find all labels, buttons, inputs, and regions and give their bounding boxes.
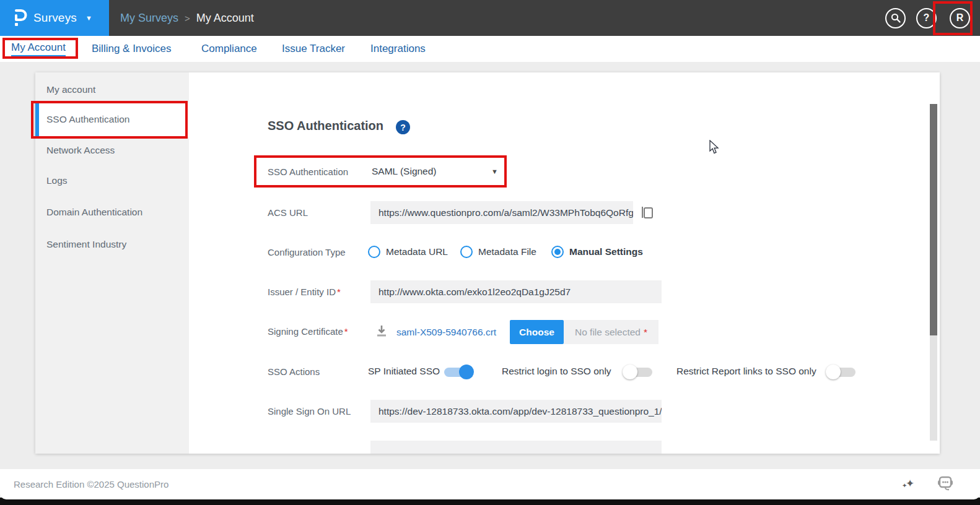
required-asterisk: *: [344, 326, 348, 337]
required-asterisk: *: [644, 327, 647, 338]
sidebar-item-logs[interactable]: Logs: [46, 172, 68, 189]
acs-url-value: https://www.questionpro.com/a/saml2/W33M…: [378, 207, 633, 218]
cert-file-link[interactable]: saml-X509-5940766.crt: [396, 327, 496, 338]
chevron-down-icon: ▼: [85, 14, 92, 22]
tab-issue-tracker[interactable]: Issue Tracker: [282, 36, 345, 62]
footer-copyright: Research Edition ©2025 QuestionPro: [14, 469, 168, 499]
toggle-label-restrict-login: Restrict login to SSO only: [502, 366, 611, 377]
select-caret-icon[interactable]: ▼: [491, 168, 498, 175]
radio-label-metadata-file[interactable]: Metadata File: [478, 246, 536, 257]
sidebar-item-network-access[interactable]: Network Access: [46, 142, 115, 159]
breadcrumb-parent-link[interactable]: My Surveys: [120, 12, 178, 25]
account-tabbar: My Account Billing & Invoices Compliance…: [0, 36, 980, 62]
radio-label-manual-settings[interactable]: Manual Settings: [569, 246, 643, 257]
toggle-knob: [459, 365, 474, 379]
sso-url-label: Single Sign On URL: [268, 406, 351, 417]
config-type-label: Configuration Type: [268, 247, 346, 257]
page-title: SSO Authentication: [268, 119, 383, 133]
settings-sidebar: My account SSO Authentication Network Ac…: [35, 72, 189, 454]
tab-label: Billing & Invoices: [92, 43, 172, 55]
toggle-restrict-login[interactable]: [624, 368, 652, 377]
radio-metadata-url[interactable]: [368, 246, 380, 258]
sidebar-item-sso-authentication[interactable]: SSO Authentication: [46, 111, 129, 128]
signing-cert-label: Signing Certificate*: [268, 326, 348, 337]
tab-label: My Account: [11, 41, 66, 56]
toggle-label-restrict-report-links: Restrict Report links to SSO only: [676, 366, 816, 377]
radio-metadata-file[interactable]: [460, 246, 473, 258]
breadcrumb-current: My Account: [196, 12, 254, 25]
radio-label-metadata-url[interactable]: Metadata URL: [386, 246, 448, 257]
toggle-knob: [826, 365, 841, 379]
scrollbar-track[interactable]: [930, 335, 937, 441]
issuer-field[interactable]: http://www.okta.com/exko1l2eo2qDa1gJ25d7: [370, 280, 662, 303]
tab-label: Issue Tracker: [282, 43, 345, 55]
sidebar-item-my-account[interactable]: My account: [46, 81, 95, 98]
sidebar-item-sentiment-industry[interactable]: Sentiment Industry: [46, 236, 126, 253]
help-glyph: ?: [400, 123, 406, 132]
app-name: Surveys: [33, 11, 77, 25]
chat-bot-icon: [935, 475, 955, 492]
sidebar-item-label: My account: [46, 84, 95, 95]
tab-integrations[interactable]: Integrations: [370, 36, 426, 62]
avatar[interactable]: R: [950, 8, 970, 28]
sso-url-value: https://dev-12818733.okta.com/app/dev-12…: [378, 406, 662, 417]
help-icon: ?: [924, 12, 930, 24]
app-root: Surveys ▼ My Surveys > My Account ? R: [0, 0, 980, 505]
tab-my-account[interactable]: My Account: [11, 36, 66, 62]
no-file-selected: No file selected*: [564, 320, 658, 344]
tab-compliance[interactable]: Compliance: [201, 36, 257, 62]
toggle-label-sp-initiated: SP Initiated SSO: [368, 366, 440, 377]
download-icon: [375, 324, 388, 338]
copy-button[interactable]: [638, 204, 654, 220]
copy-icon: [638, 204, 654, 220]
toggle-knob: [623, 365, 637, 379]
search-icon: [891, 13, 901, 23]
next-field-partial[interactable]: [370, 441, 662, 454]
sidebar-item-label: Network Access: [46, 145, 115, 156]
sidebar-item-label: Domain Authentication: [46, 207, 142, 218]
sidebar-item-label: Sentiment Industry: [46, 239, 126, 250]
radio-manual-settings[interactable]: [551, 246, 564, 258]
download-cert-button[interactable]: [375, 324, 388, 340]
settings-panel: My account SSO Authentication Network Ac…: [35, 72, 940, 454]
issuer-label-text: Issuer / Entity ID: [268, 287, 336, 297]
choose-file-button[interactable]: Choose: [510, 320, 564, 344]
scrollbar-thumb[interactable]: [930, 104, 937, 335]
breadcrumb: My Surveys > My Account: [120, 0, 254, 36]
product-switcher[interactable]: Surveys ▼: [0, 0, 109, 36]
sso-url-field[interactable]: https://dev-12818733.okta.com/app/dev-12…: [370, 400, 662, 423]
top-header: Surveys ▼ My Surveys > My Account ? R: [0, 0, 980, 36]
help-button[interactable]: ?: [916, 8, 937, 28]
sso-auth-select-value[interactable]: SAML (Signed): [372, 166, 437, 177]
tab-label: Integrations: [370, 43, 426, 55]
sidebar-item-domain-authentication[interactable]: Domain Authentication: [46, 204, 142, 221]
issuer-label: Issuer / Entity ID*: [268, 287, 341, 297]
questionpro-logo-icon: [14, 9, 27, 27]
choose-label: Choose: [519, 327, 554, 338]
ai-assistant-button[interactable]: ✦ ✦: [902, 476, 919, 493]
search-button[interactable]: [885, 8, 906, 28]
toggle-sp-initiated-sso[interactable]: [444, 368, 473, 377]
sparkles-icon-small: ✦: [902, 482, 907, 489]
tab-billing-invoices[interactable]: Billing & Invoices: [92, 36, 172, 62]
tab-label: Compliance: [201, 43, 257, 55]
footer: Research Edition ©2025 QuestionPro ✦ ✦: [0, 469, 980, 499]
required-asterisk: *: [337, 287, 341, 297]
sidebar-item-label: SSO Authentication: [46, 114, 129, 125]
issuer-value: http://www.okta.com/exko1l2eo2qDa1gJ25d7: [378, 287, 571, 298]
title-help-icon[interactable]: ?: [396, 120, 410, 134]
breadcrumb-separator: >: [185, 13, 190, 24]
radio-selected-dot: [554, 249, 561, 255]
no-file-text: No file selected: [575, 327, 641, 338]
chat-support-button[interactable]: [935, 475, 955, 494]
signing-cert-label-text: Signing Certificate: [268, 326, 343, 337]
acs-url-field[interactable]: https://www.questionpro.com/a/saml2/W33M…: [370, 201, 633, 224]
sso-actions-label: SSO Actions: [268, 366, 320, 377]
sidebar-item-label: Logs: [46, 175, 68, 186]
acs-url-label: ACS URL: [268, 207, 308, 218]
sso-auth-label: SSO Authentication: [268, 166, 348, 177]
active-indicator-bar: [35, 103, 39, 137]
toggle-restrict-report-links[interactable]: [827, 368, 855, 377]
avatar-initial: R: [956, 12, 964, 24]
